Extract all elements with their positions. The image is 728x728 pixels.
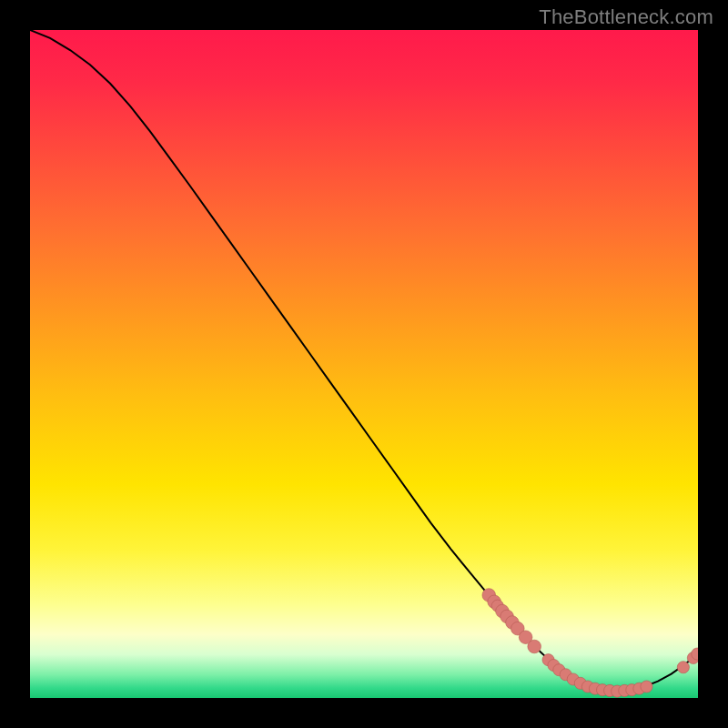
plot-svg <box>30 30 698 698</box>
curve-marker <box>677 662 689 673</box>
curve-marker <box>641 681 652 693</box>
gradient-backdrop <box>30 30 698 698</box>
chart-stage: TheBottleneck.com <box>0 0 728 728</box>
plot-area <box>30 30 698 698</box>
curve-marker <box>528 640 541 653</box>
watermark-text: TheBottleneck.com <box>539 5 713 29</box>
